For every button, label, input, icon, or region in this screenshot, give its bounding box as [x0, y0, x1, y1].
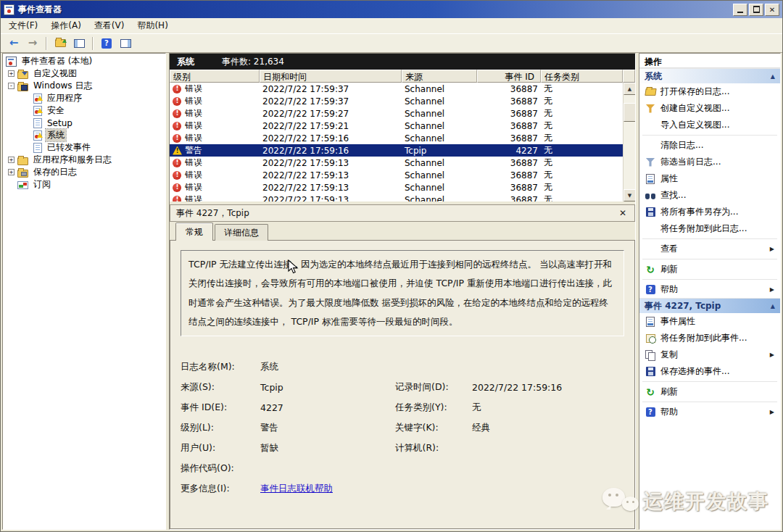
preview-tabs: 常规 详细信息	[170, 222, 635, 240]
tree-item-system[interactable]: 系统	[3, 129, 165, 141]
action-filter-current-log[interactable]: 筛选当前日志...	[639, 154, 780, 170]
table-row[interactable]: !错误 2022/7/22 17:59:27Schannel36887无	[170, 107, 635, 120]
collapse-icon[interactable]: -	[8, 83, 14, 89]
forward-button[interactable]: →	[24, 36, 41, 51]
collapse-icon[interactable]: ▲	[771, 303, 775, 309]
close-button[interactable]: ✕	[765, 4, 779, 16]
tree-item-custom-views[interactable]: + 自定义视图	[3, 67, 165, 80]
actions-section-event[interactable]: 事件 4227, Tcpip ▲	[639, 298, 780, 313]
action-pane-icon	[120, 39, 131, 48]
action-find[interactable]: 查找...	[639, 187, 780, 204]
list-header: 级别 日期和时间 来源 事件 ID 任务类别	[170, 70, 635, 83]
help-icon: ?	[102, 38, 112, 49]
forward-arrow-icon: →	[28, 38, 38, 49]
action-create-custom-view[interactable]: 创建自定义视图...	[639, 100, 780, 117]
actions-section-system[interactable]: 系统 ▲	[639, 68, 780, 83]
action-help[interactable]: ?帮助▶	[639, 281, 780, 298]
minimize-icon	[737, 12, 743, 13]
preview-title: 事件 4227，Tcpip	[176, 207, 617, 220]
event-description[interactable]: TCP/IP 无法建立传出连接，因为选定的本地终结点最近用于连接到相同的远程终结…	[181, 250, 624, 336]
console-tree-toggle-button[interactable]	[70, 36, 88, 51]
tree-item-windows-logs[interactable]: - Windows 日志	[3, 80, 165, 92]
scrollbar-thumb[interactable]	[624, 103, 635, 122]
menu-bar: 文件(F) 操作(A) 查看(V) 帮助(H)	[1, 18, 782, 34]
action-clear-log[interactable]: 清除日志...	[639, 137, 780, 154]
expand-icon[interactable]: +	[8, 157, 14, 163]
table-row[interactable]: !错误 2022/7/22 17:59:37Schannel36887无	[170, 83, 635, 95]
tab-general[interactable]: 常规	[175, 223, 213, 241]
divider	[642, 238, 777, 239]
action-attach-task-to-log[interactable]: 将任务附加到此日志...	[639, 220, 780, 237]
action-pane: 操作 系统 ▲ 打开保存的日志... 创建自定义视图... 导入自定义视图...…	[639, 53, 781, 530]
action-copy[interactable]: 复制▶	[639, 346, 780, 363]
restore-icon	[753, 7, 760, 12]
tree-item-forwarded-events[interactable]: 已转发事件	[3, 141, 165, 154]
submenu-arrow-icon: ▶	[770, 409, 777, 415]
preview-title-bar: 事件 4227，Tcpip ✕	[170, 204, 635, 222]
tab-details[interactable]: 详细信息	[215, 224, 268, 241]
scroll-up-button[interactable]: ▲	[624, 83, 635, 95]
results-pane: 系统 事件数: 21,634 级别 日期和时间 来源 事件 ID 任务类别 !错…	[169, 53, 636, 530]
action-event-properties[interactable]: 事件属性	[639, 313, 780, 330]
scroll-down-button[interactable]: ▼	[624, 189, 635, 201]
tree-item-setup[interactable]: Setup	[3, 117, 165, 129]
opcode-label: 操作代码(O):	[181, 462, 260, 475]
close-icon: ✕	[769, 6, 775, 14]
action-event-help[interactable]: ?帮助▶	[639, 404, 780, 420]
warning-icon: !	[173, 146, 182, 155]
action-event-refresh[interactable]: ↻刷新	[639, 383, 780, 400]
more-info-label: 更多信息(I):	[181, 483, 260, 495]
table-row[interactable]: !错误 2022/7/22 17:59:37Schannel36887无	[170, 95, 635, 107]
tree-item-subscriptions[interactable]: 订阅	[3, 178, 165, 191]
table-row[interactable]: !错误 2022/7/22 17:59:21Schannel36887无	[170, 120, 635, 132]
column-datetime[interactable]: 日期和时间	[260, 70, 402, 83]
table-row[interactable]: !错误 2022/7/22 17:59:13Schannel36887无	[170, 194, 635, 201]
expand-icon[interactable]: +	[8, 169, 14, 175]
tree-item-application[interactable]: 应用程序	[3, 92, 165, 104]
collapse-icon[interactable]: ▲	[771, 73, 775, 80]
error-icon: !	[173, 171, 182, 180]
table-row[interactable]: !错误 2022/7/22 17:59:16Schannel36887无	[170, 132, 635, 144]
expand-icon[interactable]: +	[8, 70, 14, 77]
save-icon	[646, 207, 655, 217]
action-open-saved-log[interactable]: 打开保存的日志...	[639, 83, 780, 100]
preview-pane: 事件 4227，Tcpip ✕ 常规 详细信息 TCP/IP 无法建立传出连接，…	[170, 204, 635, 529]
action-refresh[interactable]: ↻刷新	[639, 261, 780, 278]
action-save-selected-events[interactable]: 保存选择的事件...	[639, 363, 780, 380]
action-properties[interactable]: 属性	[639, 170, 780, 187]
action-save-all-events-as[interactable]: 将所有事件另存为...	[639, 204, 780, 220]
help-button[interactable]: ?	[98, 36, 115, 51]
divider	[642, 381, 777, 382]
table-row[interactable]: !错误 2022/7/22 17:59:13Schannel36887无	[170, 157, 635, 169]
refresh-icon: ↻	[646, 265, 655, 275]
menu-action[interactable]: 操作(A)	[44, 17, 88, 34]
menu-file[interactable]: 文件(F)	[2, 17, 44, 34]
error-icon: !	[173, 97, 182, 106]
action-view[interactable]: 查看▶	[639, 241, 780, 257]
table-row[interactable]: !错误 2022/7/22 17:59:13Schannel36887无	[170, 181, 635, 194]
menu-help[interactable]: 帮助(H)	[130, 17, 174, 34]
open-saved-log-button[interactable]	[51, 36, 69, 51]
event-viewer-icon	[4, 4, 14, 15]
tree-item-saved-logs[interactable]: + 保存的日志	[3, 166, 165, 178]
table-row-selected[interactable]: !警告 2022/7/22 17:59:16Tcpip4227无	[170, 144, 635, 157]
table-row[interactable]: !错误 2022/7/22 17:59:13Schannel36887无	[170, 169, 635, 181]
column-source[interactable]: 来源	[402, 70, 477, 83]
column-level[interactable]: 级别	[170, 70, 260, 83]
restore-button[interactable]	[749, 4, 763, 16]
action-pane-toggle-button[interactable]	[117, 36, 134, 51]
menu-view[interactable]: 查看(V)	[88, 17, 131, 34]
preview-close-button[interactable]: ✕	[617, 208, 629, 218]
back-button[interactable]: ←	[5, 36, 22, 51]
toolbar-separator	[46, 37, 47, 50]
tree-item-security[interactable]: 安全	[3, 104, 165, 117]
tree-item-root[interactable]: 事件查看器 (本地)	[3, 55, 165, 67]
action-import-custom-view[interactable]: 导入自定义视图...	[639, 117, 780, 133]
tree-item-app-services-logs[interactable]: + 应用程序和服务日志	[3, 154, 165, 166]
column-event-id[interactable]: 事件 ID	[477, 70, 541, 83]
vertical-scrollbar[interactable]: ▲ ▼	[623, 83, 635, 201]
action-attach-task-to-event[interactable]: 将任务附加到此事件...	[639, 330, 780, 346]
event-log-help-link[interactable]: 事件日志联机帮助	[260, 483, 333, 494]
minimize-button[interactable]	[733, 4, 747, 16]
column-category[interactable]: 任务类别	[541, 70, 623, 83]
